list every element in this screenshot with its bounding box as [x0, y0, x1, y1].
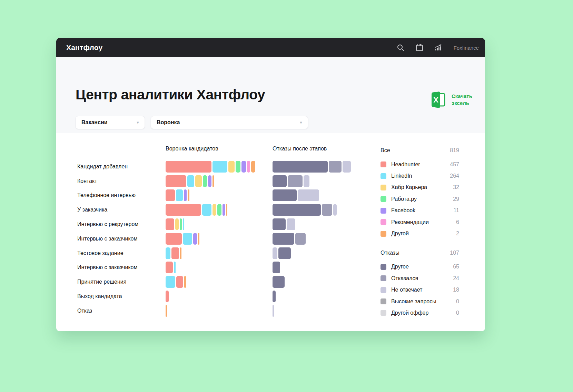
legend-label: Другой оффер [391, 310, 428, 316]
bar-segment[interactable] [273, 233, 294, 245]
legend-item[interactable]: Другой оффер0 [381, 307, 459, 318]
bar-segment[interactable] [304, 175, 309, 187]
legend-item[interactable]: LinkedIn264 [381, 170, 459, 182]
bar-segment[interactable] [183, 218, 184, 230]
bar-segment[interactable] [273, 262, 280, 273]
legend-section-title: Все [381, 147, 390, 154]
bar-segment[interactable] [187, 175, 194, 187]
bar-segment[interactable] [174, 262, 176, 273]
bar-segment[interactable] [184, 276, 186, 288]
bar-segment[interactable] [273, 247, 277, 259]
report-view-dropdown[interactable]: Воронка ▼ [151, 116, 308, 129]
svg-text:X: X [433, 96, 438, 104]
bar-segment[interactable] [273, 204, 321, 216]
bar-segment[interactable] [247, 161, 250, 173]
bar-row [273, 232, 376, 246]
bar-segment[interactable] [188, 189, 189, 201]
legend-item[interactable]: Высокие запросы0 [381, 296, 459, 307]
bar-segment[interactable] [166, 161, 211, 173]
bar-segment[interactable] [166, 204, 201, 216]
bar-segment[interactable] [273, 291, 276, 302]
bar-segment[interactable] [202, 204, 211, 216]
legend-swatch [381, 208, 386, 214]
bar-segment[interactable] [166, 291, 169, 302]
search-icon[interactable] [391, 43, 410, 52]
dropdown-value: Воронка [157, 119, 180, 126]
stage-label: Телефонное интервью [77, 188, 164, 203]
legend-item[interactable]: Не отвечает18 [381, 284, 459, 296]
legend-item[interactable]: Рекомендации6 [381, 216, 459, 228]
report-type-dropdown[interactable]: Вакансии ▼ [76, 116, 145, 129]
bar-segment[interactable] [180, 247, 181, 259]
bar-row [166, 174, 269, 188]
bar-segment[interactable] [223, 204, 225, 216]
calendar-icon[interactable] [410, 43, 429, 52]
bar-segment[interactable] [241, 161, 246, 173]
bar-segment[interactable] [166, 218, 174, 230]
bar-segment[interactable] [273, 218, 286, 230]
bar-segment[interactable] [195, 175, 202, 187]
legend-swatch [381, 196, 386, 202]
bar-segment[interactable] [228, 161, 235, 173]
legend-item[interactable]: Хабр Карьера32 [381, 182, 459, 193]
bar-segment[interactable] [166, 233, 182, 245]
bar-segment[interactable] [236, 161, 240, 173]
bar-segment[interactable] [288, 175, 303, 187]
bar-segment[interactable] [166, 305, 167, 317]
legend-item[interactable]: Headhunter457 [381, 159, 459, 170]
bar-segment[interactable] [343, 161, 351, 173]
bar-segment[interactable] [166, 276, 175, 288]
bar-segment[interactable] [171, 247, 179, 259]
bar-segment[interactable] [213, 204, 216, 216]
bar-segment[interactable] [251, 161, 255, 173]
bar-segment[interactable] [166, 175, 186, 187]
bar-segment[interactable] [203, 175, 207, 187]
bar-row [166, 304, 269, 318]
page-title: Центр аналитики Хантфлоу [76, 87, 265, 103]
bar-segment[interactable] [273, 175, 287, 187]
bar-segment[interactable] [193, 233, 197, 245]
legend-item[interactable]: Отказался24 [381, 273, 459, 284]
bar-row [166, 188, 269, 203]
rejection-bars-column [273, 159, 376, 318]
bar-segment[interactable] [166, 189, 175, 201]
bar-segment[interactable] [208, 175, 211, 187]
bar-segment[interactable] [198, 233, 199, 245]
legend-label: Headhunter [391, 161, 420, 168]
bar-segment[interactable] [333, 204, 337, 216]
bar-segment[interactable] [273, 161, 328, 173]
bar-segment[interactable] [329, 161, 342, 173]
app-logo[interactable]: Хантфлоу [66, 43, 102, 52]
bar-segment[interactable] [273, 276, 285, 288]
rejections-column-title: Отказы после этапов [273, 146, 327, 152]
bar-segment[interactable] [226, 204, 227, 216]
bar-segment[interactable] [213, 161, 227, 173]
bar-segment[interactable] [176, 189, 183, 201]
bar-segment[interactable] [175, 218, 179, 230]
legend-value: 457 [450, 161, 459, 168]
bar-segment[interactable] [298, 189, 319, 201]
bar-segment[interactable] [273, 305, 274, 317]
bar-segment[interactable] [184, 189, 187, 201]
export-excel-button[interactable]: X Скачать эксель [429, 91, 474, 109]
bar-segment[interactable] [295, 233, 306, 245]
bar-segment[interactable] [213, 175, 214, 187]
bar-segment[interactable] [166, 247, 170, 259]
bar-segment[interactable] [176, 276, 183, 288]
legend-item[interactable]: Другой2 [381, 228, 459, 239]
bar-segment[interactable] [278, 247, 291, 259]
legend-item[interactable]: Другое65 [381, 261, 459, 273]
stage-label: Кандидат добавлен [77, 159, 164, 174]
bar-segment[interactable] [273, 189, 297, 201]
bar-segment[interactable] [322, 204, 332, 216]
bar-segment[interactable] [166, 262, 173, 273]
legend-item[interactable]: Facebook11 [381, 205, 459, 216]
bar-segment[interactable] [183, 233, 192, 245]
funnel-bars-column [166, 159, 269, 318]
legend-item[interactable]: Работа.ру29 [381, 193, 459, 205]
account-name[interactable]: Foxfinance [454, 45, 479, 51]
bar-segment[interactable] [180, 218, 182, 230]
bar-segment[interactable] [287, 218, 295, 230]
analytics-icon[interactable] [429, 43, 448, 52]
bar-segment[interactable] [217, 204, 221, 216]
